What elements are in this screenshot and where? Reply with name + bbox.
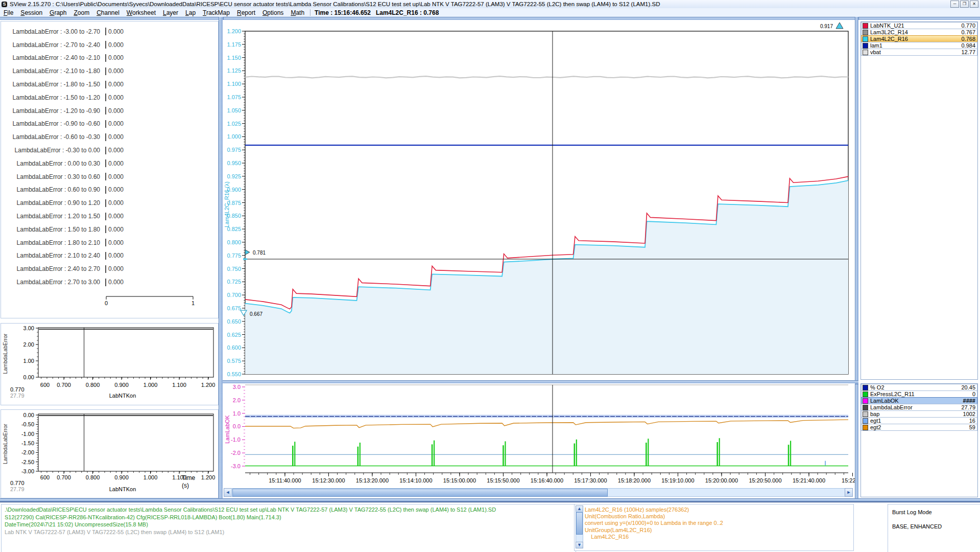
channel-row[interactable]: LamLabOK#### <box>861 397 977 404</box>
svg-text:15:18:20.000: 15:18:20.000 <box>618 477 651 484</box>
status-log-mode: Burst Log Mode BASE, ENHANCED <box>888 504 980 552</box>
close-button[interactable]: ✕ <box>970 1 978 8</box>
svg-text:LamLabOK: LamLabOK <box>224 415 230 444</box>
channel-value: 0 <box>972 391 975 397</box>
main-chart-panel[interactable]: Lam4L2C_R16 (λ)1.2001.1751.1501.1251.100… <box>223 20 855 380</box>
channel-color-swatch <box>863 411 868 417</box>
main-chart[interactable]: Lam4L2C_R16 (λ)1.2001.1751.1501.1251.100… <box>223 20 855 380</box>
window-title: SView 2.15.270 : C:\Users\Public\Documen… <box>10 1 946 7</box>
bottom-chart[interactable]: LamLabOK3.02.01.00.0-1.0-2.0-3.015:11:40… <box>223 383 855 486</box>
channel-color-swatch <box>863 418 868 424</box>
svg-text:0.700: 0.700 <box>57 474 71 480</box>
right-panel: LabNTK_U210.770Lam3L2C_R140.767Lam4L2C_R… <box>858 20 980 498</box>
channel-value: 27.79 <box>961 404 975 410</box>
status-line: convert using y=(x/1000)+0 to Lambda in … <box>585 520 723 526</box>
menu-item-graph[interactable]: Graph <box>46 9 70 16</box>
channel-color-swatch <box>863 405 868 410</box>
app-icon: S <box>2 2 7 7</box>
channel-color-swatch <box>863 385 868 390</box>
svg-text:0.917: 0.917 <box>820 24 833 29</box>
scrollbar-left-arrow[interactable]: ◄ <box>224 488 232 497</box>
svg-text:0.575: 0.575 <box>227 358 241 364</box>
status-area: .\DownloadedData\RICESP\ECU sensor actua… <box>0 501 980 552</box>
svg-text:1.000: 1.000 <box>144 474 158 480</box>
svg-text:1.125: 1.125 <box>227 67 241 74</box>
svg-text:-0.50: -0.50 <box>21 421 34 427</box>
channel-row[interactable]: egt259 <box>861 424 977 431</box>
svg-text:0.0: 0.0 <box>233 423 241 429</box>
channel-value: 16 <box>969 418 975 424</box>
channel-row[interactable]: % O220.45 <box>861 384 977 391</box>
channel-name: LambdaLabError <box>870 404 961 410</box>
scrollbar-thumb[interactable] <box>232 489 608 497</box>
svg-text:0.775: 0.775 <box>227 252 241 259</box>
status-line: Unit(Combustion Ratio,Lambda) <box>585 513 723 520</box>
svg-text:-2.0: -2.0 <box>231 450 241 456</box>
svg-text:15:20:00.000: 15:20:00.000 <box>705 477 738 484</box>
svg-text:1.200: 1.200 <box>201 474 216 480</box>
status-scroll-thumb[interactable] <box>576 512 583 535</box>
channel-row[interactable]: bap1002 <box>861 410 977 418</box>
svg-text:1.175: 1.175 <box>227 41 241 48</box>
svg-text:27.79: 27.79 <box>10 486 25 492</box>
svg-text:0.850: 0.850 <box>227 213 241 219</box>
status-line: Lab NTK V TAG7222-57 (LAM3) V TAG7222-55… <box>5 528 576 536</box>
menu-item-layer[interactable]: Layer <box>159 9 182 16</box>
menu-item-lap[interactable]: Lap <box>182 9 199 16</box>
menu-item-channel[interactable]: Channel <box>93 9 123 16</box>
channel-name: LabNTK_U21 <box>870 22 961 29</box>
menu-item-trackmap[interactable]: TrackMap <box>199 9 233 16</box>
channel-name: Lam3L2C_R14 <box>870 29 961 35</box>
title-bar[interactable]: S SView 2.15.270 : C:\Users\Public\Docum… <box>0 0 980 9</box>
menu-item-zoom[interactable]: Zoom <box>70 9 93 16</box>
channel-name: vbat <box>870 49 961 55</box>
channel-color-swatch <box>863 425 868 430</box>
channel-row[interactable]: Lam4L2C_R160.768 <box>861 35 977 42</box>
status-line: S12(27290) Cal(RICESP-RR286-NTKcalibrati… <box>5 514 576 521</box>
channel-row[interactable]: lam10.984 <box>861 42 977 49</box>
status-line: Lam4L2C_R16 <box>585 534 723 540</box>
channel-name: egt2 <box>870 424 969 430</box>
scrollbar-right-arrow[interactable]: ► <box>845 488 853 497</box>
cursor-time-readout: Time : 15:16:46.652 Lam4L2C_R16 : 0.768 <box>315 9 439 16</box>
svg-text:0.770: 0.770 <box>10 386 25 393</box>
menu-item-report[interactable]: Report <box>233 9 259 16</box>
svg-text:LambdaLabError: LambdaLabError <box>2 333 8 374</box>
svg-text:-3.00: -3.00 <box>21 468 34 474</box>
minimize-button[interactable]: ─ <box>950 1 959 8</box>
channel-row[interactable]: Lam3L2C_R140.767 <box>861 29 977 36</box>
channel-row[interactable]: vbat12.77 <box>861 49 977 56</box>
svg-text:LabNTKon: LabNTKon <box>109 393 136 399</box>
channel-row[interactable]: LabNTK_U210.770 <box>861 22 977 29</box>
svg-text:0.750: 0.750 <box>227 266 241 272</box>
svg-text:600: 600 <box>40 474 50 480</box>
status-scroll-down[interactable]: ▼ <box>576 542 583 548</box>
status-line: .\DownloadedData\RICESP\ECU sensor actua… <box>5 506 576 514</box>
svg-text:-2.00: -2.00 <box>21 449 34 455</box>
svg-text:0.800: 0.800 <box>86 382 100 388</box>
svg-text:0.770: 0.770 <box>10 480 25 486</box>
channel-value: 59 <box>969 424 975 430</box>
menu-item-math[interactable]: Math <box>287 9 308 16</box>
menu-separator <box>310 9 310 16</box>
channel-row[interactable]: egt116 <box>861 417 977 424</box>
channel-row[interactable]: LambdaLabError27.79 <box>861 404 977 411</box>
channel-row[interactable]: ExPressL2C_R110 <box>861 390 977 398</box>
left-charts[interactable]: 01LambdaLabError3.002.001.000.006000.700… <box>0 20 219 498</box>
menu-item-file[interactable]: File <box>0 9 17 16</box>
status-line: Lam4L2C_R16 (100Hz) samples(276362) <box>585 507 723 513</box>
menu-item-session[interactable]: Session <box>17 9 46 16</box>
menu-item-worksheet[interactable]: Worksheet <box>123 9 159 16</box>
channel-color-swatch <box>863 30 868 35</box>
svg-text:0.700: 0.700 <box>227 292 241 298</box>
channel-value: 12.77 <box>961 49 975 55</box>
channel-color-swatch <box>863 23 868 29</box>
svg-text:0.925: 0.925 <box>227 173 241 179</box>
restore-button[interactable]: ❐ <box>960 1 969 8</box>
svg-text:15:12:30.000: 15:12:30.000 <box>312 477 345 484</box>
bottom-chart-panel[interactable]: LamLabOK3.02.01.00.0-1.0-2.0-3.015:11:40… <box>223 383 855 498</box>
channel-list-top-box: LabNTK_U210.770Lam3L2C_R140.767Lam4L2C_R… <box>861 21 978 380</box>
channel-list-bottom: % O220.45ExPressL2C_R110LamLabOK####Lamb… <box>861 384 977 431</box>
channel-value: 20.45 <box>961 384 975 390</box>
menu-item-options[interactable]: Options <box>259 9 287 16</box>
